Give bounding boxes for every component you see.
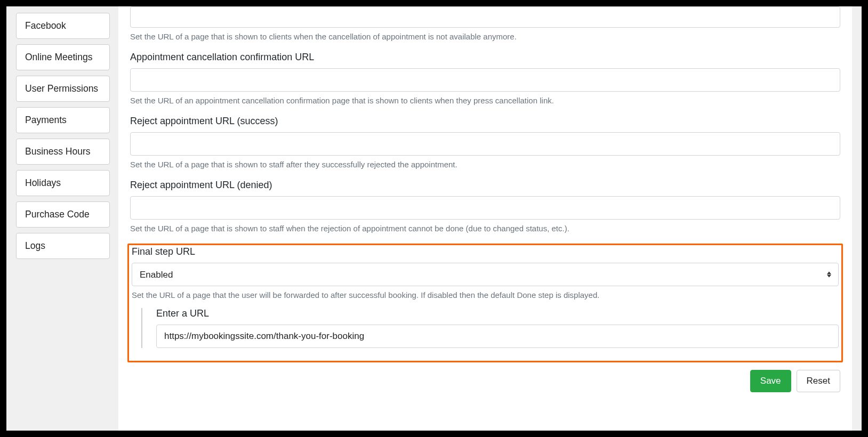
cancel-not-available-help: Set the URL of a page that is shown to c… (130, 31, 840, 42)
app-frame: Facebook Online Meetings User Permission… (6, 6, 862, 431)
sidebar-item-payments[interactable]: Payments (16, 107, 110, 133)
form-group-final-step: Final step URL Enabled Set the URL of a … (132, 246, 839, 348)
final-step-url-label: Enter a URL (156, 308, 839, 319)
reject-success-input[interactable] (130, 132, 840, 156)
sidebar: Facebook Online Meetings User Permission… (6, 6, 118, 431)
final-step-label: Final step URL (132, 246, 839, 257)
sidebar-item-facebook[interactable]: Facebook (16, 13, 110, 39)
final-step-url-block: Enter a URL (141, 308, 839, 348)
reject-denied-input[interactable] (130, 196, 840, 220)
cancel-not-available-input[interactable] (130, 6, 840, 28)
form-group-cancel-confirmation: Appointment cancellation confirmation UR… (130, 52, 840, 106)
sidebar-item-business-hours[interactable]: Business Hours (16, 139, 110, 165)
button-row: Save Reset (130, 370, 840, 392)
form-group-reject-success: Reject appointment URL (success) Set the… (130, 116, 840, 170)
reject-success-help: Set the URL of a page that is shown to s… (130, 159, 840, 170)
cancel-confirmation-label: Appointment cancellation confirmation UR… (130, 52, 840, 63)
sidebar-item-logs[interactable]: Logs (16, 233, 110, 259)
form-group-reject-denied: Reject appointment URL (denied) Set the … (130, 180, 840, 234)
final-step-help: Set the URL of a page that the user will… (132, 289, 839, 301)
reject-success-label: Reject appointment URL (success) (130, 116, 840, 127)
form-group-cancel-not-available: Set the URL of a page that is shown to c… (130, 6, 840, 42)
final-step-url-input[interactable] (156, 325, 839, 348)
reject-denied-help: Set the URL of a page that is shown to s… (130, 223, 840, 234)
cancel-confirmation-help: Set the URL of an appointment cancellati… (130, 95, 840, 106)
reset-button[interactable]: Reset (797, 370, 840, 392)
save-button[interactable]: Save (750, 370, 791, 392)
cancel-confirmation-input[interactable] (130, 68, 840, 92)
reject-denied-label: Reject appointment URL (denied) (130, 180, 840, 191)
sidebar-item-user-permissions[interactable]: User Permissions (16, 76, 110, 102)
final-step-highlight: Final step URL Enabled Set the URL of a … (127, 244, 843, 362)
main-content: Set the URL of a page that is shown to c… (118, 6, 852, 431)
final-step-select-wrap: Enabled (132, 263, 839, 286)
final-step-select[interactable]: Enabled (132, 263, 839, 286)
sidebar-item-online-meetings[interactable]: Online Meetings (16, 44, 110, 70)
sidebar-item-purchase-code[interactable]: Purchase Code (16, 201, 110, 228)
sidebar-item-holidays[interactable]: Holidays (16, 170, 110, 196)
